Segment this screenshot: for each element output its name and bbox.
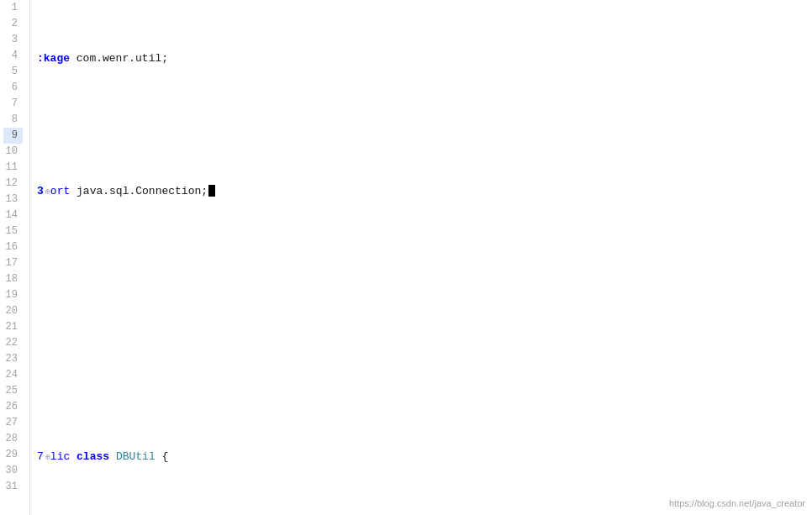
watermark: https://blog.csdn.net/java_creator [669,498,805,508]
ln-10: 10 [3,144,23,160]
code-line-2 [37,117,812,133]
ln-19: 19 [3,287,23,303]
line1-text: :kage com.wenr.util; [37,50,168,66]
ln-12: 12 [3,176,23,192]
ln-28: 28 [3,431,23,447]
ln-11: 11 [3,160,23,176]
code-line-3: 3⊕ort java.sql.Connection; [37,183,812,199]
code-editor: 1 2 3 4 5 6 7 8 9 10 11 12 13 14 15 16 1… [0,0,812,515]
ln-7: 7 [3,96,23,112]
ln-13: 13 [3,192,23,208]
code-line-5 [37,316,812,332]
ln-5: 5 [3,64,23,80]
ln-6: 6 [3,80,23,96]
ln-18: 18 [3,271,23,287]
ln-4: 4 [3,48,23,64]
ln-31: 31 [3,479,23,495]
ln-1: 1 [3,0,23,16]
code-area: 1 2 3 4 5 6 7 8 9 10 11 12 13 14 15 16 1… [0,0,812,515]
ln-14: 14 [3,208,23,223]
ln-26: 26 [3,399,23,415]
code-line-6 [37,382,812,398]
ln-27: 27 [3,415,23,431]
ln-20: 20 [3,303,23,319]
ln-25: 25 [3,383,23,399]
ln-2: 2 [3,16,23,32]
ln-30: 30 [3,463,23,479]
line-numbers: 1 2 3 4 5 6 7 8 9 10 11 12 13 14 15 16 1… [0,0,30,515]
code-line-1: :kage com.wenr.util; [37,50,812,66]
ln-24: 24 [3,367,23,383]
line3-text: 3⊕ort java.sql.Connection; [37,183,215,200]
line7-text: 7⊕lic class DBUtil { [37,449,168,465]
ln-22: 22 [3,335,23,351]
ln-29: 29 [3,447,23,463]
ln-17: 17 [3,255,23,271]
code-line-7: 7⊕lic class DBUtil { [37,449,812,465]
ln-8: 8 [3,112,23,128]
ln-23: 23 [3,351,23,367]
ln-16: 16 [3,239,23,255]
ln-9: 9 [3,128,23,144]
code-content[interactable]: :kage com.wenr.util; 3⊕ort java.sql.Conn… [30,0,812,515]
code-line-4 [37,250,812,265]
ln-21: 21 [3,319,23,335]
ln-3: 3 [3,32,23,48]
ln-15: 15 [3,223,23,239]
